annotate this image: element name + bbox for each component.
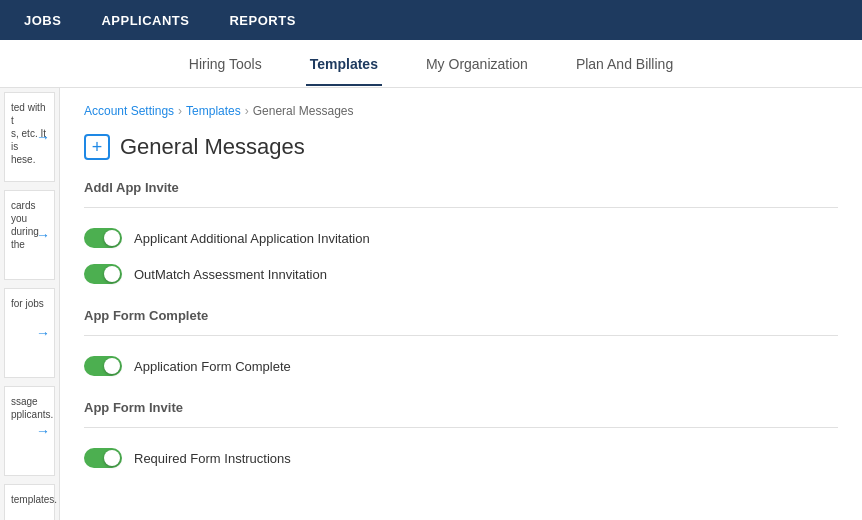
divider-1 bbox=[84, 207, 838, 208]
sidebar-card-4[interactable]: ssagepplicants. → bbox=[4, 386, 55, 476]
sidebar-card-3[interactable]: for jobs → bbox=[4, 288, 55, 378]
toggle-label-item-1: Applicant Additional Application Invitat… bbox=[134, 231, 370, 246]
divider-3 bbox=[84, 427, 838, 428]
section-addl-app-invite: Addl App Invite Applicant Additional App… bbox=[84, 180, 838, 292]
toggle-row-item-3: Application Form Complete bbox=[84, 348, 838, 384]
toggle-label-item-4: Required Form Instructions bbox=[134, 451, 291, 466]
section-header-addl-app-invite: Addl App Invite bbox=[84, 180, 838, 199]
sidebar-arrow-4: → bbox=[36, 423, 50, 439]
breadcrumb-sep-2: › bbox=[245, 104, 249, 118]
section-app-form-complete: App Form Complete Application Form Compl… bbox=[84, 308, 838, 384]
toggle-item-3[interactable] bbox=[84, 356, 122, 376]
nav-applicants[interactable]: APPLICANTS bbox=[93, 9, 197, 32]
breadcrumb-templates[interactable]: Templates bbox=[186, 104, 241, 118]
sidebar-arrow-3: → bbox=[36, 325, 50, 341]
sidebar-card-text-4: ssagepplicants. bbox=[11, 395, 48, 421]
sidebar-card-2[interactable]: cards youduring the → bbox=[4, 190, 55, 280]
breadcrumb-sep-1: › bbox=[178, 104, 182, 118]
sidebar-card-1[interactable]: ted withts, etc. It ishese. → bbox=[4, 92, 55, 182]
section-app-form-invite: App Form Invite Required Form Instructio… bbox=[84, 400, 838, 476]
breadcrumb: Account Settings › Templates › General M… bbox=[84, 104, 838, 118]
tab-hiring-tools[interactable]: Hiring Tools bbox=[185, 42, 266, 86]
sidebar-card-text-3: for jobs bbox=[11, 297, 48, 310]
add-general-message-button[interactable]: + bbox=[84, 134, 110, 160]
divider-2 bbox=[84, 335, 838, 336]
top-navigation: JOBS APPLICANTS REPORTS bbox=[0, 0, 862, 40]
sidebar-card-5[interactable]: templates. → bbox=[4, 484, 55, 520]
toggle-label-item-2: OutMatch Assessment Innvitation bbox=[134, 267, 327, 282]
sidebar-card-text-5: templates. bbox=[11, 493, 48, 506]
toggle-item-2[interactable] bbox=[84, 264, 122, 284]
nav-reports[interactable]: REPORTS bbox=[221, 9, 303, 32]
sidebar-arrow-2: → bbox=[36, 227, 50, 243]
main-content: Account Settings › Templates › General M… bbox=[60, 88, 862, 520]
tab-plan-and-billing[interactable]: Plan And Billing bbox=[572, 42, 677, 86]
sidebar-arrow-1: → bbox=[36, 129, 50, 145]
sidebar-card-text-2: cards youduring the bbox=[11, 199, 48, 251]
page-title: General Messages bbox=[120, 134, 305, 160]
toggle-item-4[interactable] bbox=[84, 448, 122, 468]
toggle-item-1[interactable] bbox=[84, 228, 122, 248]
secondary-navigation: Hiring Tools Templates My Organization P… bbox=[0, 40, 862, 88]
toggle-label-item-3: Application Form Complete bbox=[134, 359, 291, 374]
toggle-row-item-2: OutMatch Assessment Innvitation bbox=[84, 256, 838, 292]
tab-my-organization[interactable]: My Organization bbox=[422, 42, 532, 86]
section-header-app-form-complete: App Form Complete bbox=[84, 308, 838, 327]
nav-jobs[interactable]: JOBS bbox=[16, 9, 69, 32]
breadcrumb-account-settings[interactable]: Account Settings bbox=[84, 104, 174, 118]
sidebar-panel: ted withts, etc. It ishese. → cards youd… bbox=[0, 88, 60, 520]
tab-templates[interactable]: Templates bbox=[306, 42, 382, 86]
page-title-row: + General Messages bbox=[84, 134, 838, 160]
section-header-app-form-invite: App Form Invite bbox=[84, 400, 838, 419]
breadcrumb-current: General Messages bbox=[253, 104, 354, 118]
toggle-row-item-4: Required Form Instructions bbox=[84, 440, 838, 476]
toggle-row-item-1: Applicant Additional Application Invitat… bbox=[84, 220, 838, 256]
